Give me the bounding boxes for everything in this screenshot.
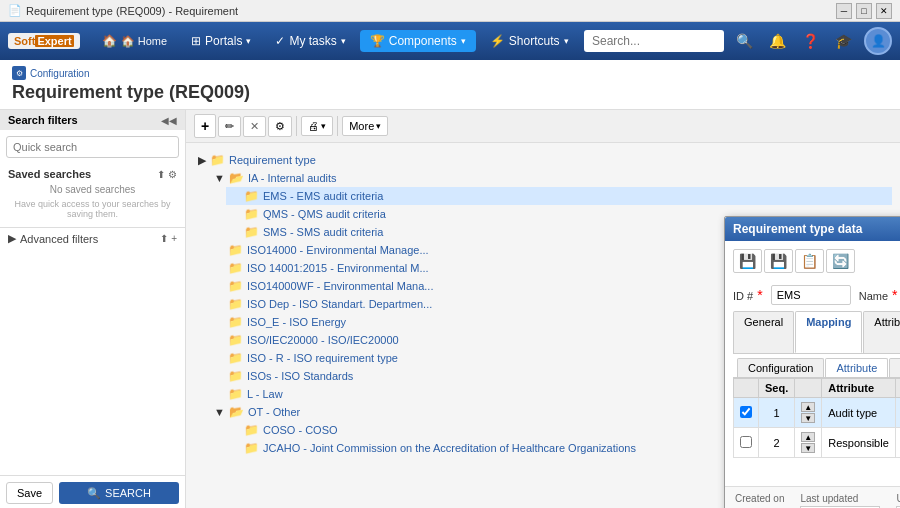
toolbar-separator-2 <box>337 116 338 136</box>
settings-button[interactable]: 🎓 <box>831 31 856 51</box>
folder-icon: 📁 <box>228 387 243 401</box>
page-header: ⚙ Configuration Requirement type (REQ009… <box>0 60 900 110</box>
breadcrumb: ⚙ Configuration <box>12 66 888 80</box>
row1-seq: 1 <box>759 398 795 428</box>
modal-save-button[interactable]: 💾 <box>733 249 762 273</box>
toolbar-separator <box>296 116 297 136</box>
col-default: Default value <box>895 379 900 398</box>
saved-searches-title: Saved searches ⬆ ⚙ <box>8 168 177 180</box>
add-button[interactable]: + <box>194 114 216 138</box>
sidebar-title: Search filters <box>8 114 78 126</box>
title-bar-icon: 📄 <box>8 4 22 17</box>
sidebar-collapse-button[interactable]: ◀◀ <box>161 115 177 126</box>
breadcrumb-text: Configuration <box>30 68 89 79</box>
inner-tab-attribute[interactable]: Attribute <box>825 358 888 377</box>
modal-footer: Created on 7/23/2010 Last updated Update… <box>725 486 900 508</box>
delete-button[interactable]: ✕ <box>243 116 266 137</box>
tab-general[interactable]: General <box>733 311 794 353</box>
advanced-filters-section: ▶ Advanced filters ⬆ + <box>0 227 185 249</box>
search-button[interactable]: 🔍 SEARCH <box>59 482 179 504</box>
components-button[interactable]: 🏆 Components ▾ <box>360 30 476 52</box>
my-tasks-button[interactable]: ✓ My tasks ▾ <box>265 30 355 52</box>
check-icon: ✓ <box>275 34 285 48</box>
shortcuts-button[interactable]: ⚡ Requirement type data Shortcuts ▾ <box>480 30 579 52</box>
modal-save-new-button[interactable]: 📋 <box>795 249 824 273</box>
expand-icon: ▶ <box>198 154 206 167</box>
attribute-table: Seq. Attribute Default value R B <box>733 378 900 458</box>
logo: SoftExpert <box>8 33 80 49</box>
advanced-filter-export-btn[interactable]: ⬆ <box>160 233 168 244</box>
modal-refresh-button[interactable]: 🔄 <box>826 249 855 273</box>
row2-seq: 2 <box>759 428 795 458</box>
modal-dialog: Requirement type data ─ □ ✕ 💾 💾 📋 🔄 ID #… <box>724 216 900 508</box>
row2-move-up-button[interactable]: ▲ <box>801 432 815 442</box>
breadcrumb-icon: ⚙ <box>12 66 26 80</box>
maximize-button[interactable]: □ <box>856 3 872 19</box>
col-actions <box>795 379 822 398</box>
config-icon: ⚙ <box>275 120 285 133</box>
table-row: 1 ▲ ▼ Audit type <box>734 398 901 428</box>
row1-checkbox[interactable] <box>740 406 752 418</box>
shortcuts-icon: ⚡ <box>490 34 505 48</box>
folder-icon: 📁 <box>244 225 259 239</box>
config-button[interactable]: ⚙ <box>268 116 292 137</box>
help-button[interactable]: ❓ <box>798 31 823 51</box>
advanced-filter-add-btn[interactable]: + <box>171 233 177 244</box>
row2-move: ▲ ▼ <box>795 428 822 458</box>
folder-icon: 📁 <box>228 351 243 365</box>
saved-searches-settings-button[interactable]: ⚙ <box>168 169 177 180</box>
table-header-row: Seq. Attribute Default value R B <box>734 379 901 398</box>
search-nav-icon-button[interactable]: 🔍 <box>732 31 757 51</box>
title-bar-text: Requirement type (REQ009) - Requirement <box>26 5 238 17</box>
portals-icon: ⊞ <box>191 34 201 48</box>
inner-tab-configuration[interactable]: Configuration <box>737 358 824 377</box>
modal-save-close-button[interactable]: 💾 <box>764 249 793 273</box>
row2-checkbox[interactable] <box>740 436 752 448</box>
inner-tab-revision[interactable]: Revision <box>889 358 900 377</box>
close-button[interactable]: ✕ <box>876 3 892 19</box>
modal-header: Requirement type data ─ □ ✕ <box>725 217 900 241</box>
tab-attribute[interactable]: Attribute <box>863 311 900 353</box>
row2-move-down-button[interactable]: ▼ <box>801 443 815 453</box>
saved-searches-import-button[interactable]: ⬆ <box>157 169 165 180</box>
home-icon: 🏠 <box>102 34 117 48</box>
row1-default-cell: 🔍 ✏ <box>895 398 900 428</box>
edit-button[interactable]: ✏ <box>218 116 241 137</box>
id-label: ID # * <box>733 287 763 303</box>
portals-button[interactable]: ⊞ Portals ▾ <box>181 30 261 52</box>
save-button[interactable]: Save <box>6 482 53 504</box>
created-on-field: Created on 7/23/2010 <box>735 493 784 508</box>
folder-icon: 📁 <box>228 279 243 293</box>
folder-icon: 📁 <box>228 315 243 329</box>
saved-searches-section: Saved searches ⬆ ⚙ No saved searches Hav… <box>0 164 185 223</box>
notification-bell-button[interactable]: 🔔 <box>765 31 790 51</box>
row1-move-up-button[interactable]: ▲ <box>801 402 815 412</box>
nav-search-input[interactable] <box>584 30 724 52</box>
total-records: Total records (2) <box>733 458 900 478</box>
folder-open-icon: 📂 <box>229 405 244 419</box>
folder-icon: 📁 <box>244 207 259 221</box>
sidebar-bottom: Save 🔍 SEARCH <box>0 475 185 508</box>
title-bar: 📄 Requirement type (REQ009) - Requiremen… <box>0 0 900 22</box>
col-seq: Seq. <box>759 379 795 398</box>
minimize-button[interactable]: ─ <box>836 3 852 19</box>
advanced-filters-toggle[interactable]: ▶ Advanced filters ⬆ + <box>8 232 177 245</box>
shortcuts-chevron-icon: ▾ <box>564 36 569 46</box>
id-input[interactable] <box>771 285 851 305</box>
components-icon: 🏆 <box>370 34 385 48</box>
search-icon: 🔍 <box>87 487 101 500</box>
search-input[interactable] <box>6 136 179 158</box>
print-chevron-icon: ▾ <box>321 121 326 131</box>
components-chevron-icon: ▾ <box>461 36 466 46</box>
print-button[interactable]: 🖨 ▾ <box>301 116 333 136</box>
avatar[interactable]: 👤 <box>864 27 892 55</box>
table-row: 2 ▲ ▼ Responsible <box>734 428 901 458</box>
home-button[interactable]: 🏠 🏠 Home <box>92 30 177 52</box>
inner-tabs: Configuration Attribute Revision <box>733 354 900 378</box>
chevron-right-icon: ▶ <box>8 232 16 245</box>
id-required: * <box>757 287 762 303</box>
row1-move-down-button[interactable]: ▼ <box>801 413 815 423</box>
delete-icon: ✕ <box>250 120 259 133</box>
print-icon: 🖨 <box>308 120 319 132</box>
tab-mapping[interactable]: Mapping <box>795 311 862 353</box>
